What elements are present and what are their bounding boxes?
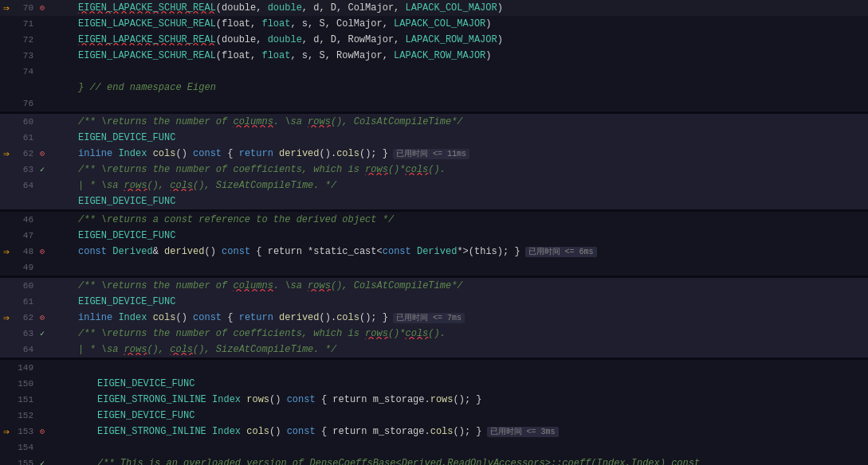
code-line: 73 EIGEN_LAPACKE_SCHUR_REAL(float, float… xyxy=(0,48,868,64)
line-gutter: 72 xyxy=(3,35,59,45)
line-gutter: 60 xyxy=(3,117,59,127)
line-number: 63 xyxy=(14,165,38,174)
token: (), xyxy=(147,344,170,355)
arrow-indicator: ⇒ xyxy=(3,311,13,324)
token: derived xyxy=(164,246,204,257)
token: */ xyxy=(451,280,462,291)
time-badge: 已用时间 <= 6ms xyxy=(525,247,597,257)
token: EIGEN_LAPACKE_SCHUR_REAL xyxy=(78,34,216,45)
token: the number of xyxy=(153,280,234,291)
token: double xyxy=(261,34,301,45)
token: cols xyxy=(153,148,176,159)
arrow-indicator: ⇒ xyxy=(3,425,13,438)
line-indicator: ✓ xyxy=(40,165,48,174)
code-line: 154 xyxy=(0,440,868,455)
code-line: 61 EIGEN_DEVICE_FUNC xyxy=(0,294,868,310)
token: ()* xyxy=(388,164,406,175)
time-badge: 已用时间 <= 7ms xyxy=(393,313,465,323)
token: . */ xyxy=(313,344,336,355)
token: rows xyxy=(246,394,269,405)
token: (double, xyxy=(216,34,262,45)
token: derived xyxy=(279,312,319,323)
token: columns xyxy=(233,280,273,291)
line-gutter: 49 xyxy=(3,263,59,272)
line-number: 64 xyxy=(14,345,38,354)
token: . */ xyxy=(313,180,336,191)
line-gutter: 155✓ xyxy=(3,459,59,465)
token: (), xyxy=(147,180,170,191)
token: ) xyxy=(485,18,491,29)
token: , s, S, RowMajor, xyxy=(290,50,387,61)
code-line: ⇒70⊙EIGEN_LAPACKE_SCHUR_REAL(double, dou… xyxy=(0,0,868,16)
token: columns xyxy=(233,116,273,127)
token: cols xyxy=(170,180,193,191)
line-gutter: 63✓ xyxy=(3,329,59,338)
code-content: EIGEN_LAPACKE_SCHUR_REAL(float, float, s… xyxy=(59,18,865,29)
token: EIGEN_DEVICE_FUNC xyxy=(78,132,175,143)
token: () xyxy=(175,148,193,159)
token: const xyxy=(193,148,222,159)
arrow-indicator: ⇒ xyxy=(3,147,13,160)
token: EIGEN_DEVICE_FUNC xyxy=(97,378,194,389)
token: ) xyxy=(497,2,503,14)
code-line: 61 EIGEN_DEVICE_FUNC xyxy=(0,130,868,146)
line-indicator: ⊙ xyxy=(40,427,48,436)
code-content: } // end namespace Eigen xyxy=(59,82,865,93)
token: float xyxy=(256,18,290,29)
code-content: | * \sa rows(), cols(), SizeAtCompileTim… xyxy=(59,344,865,355)
token: float xyxy=(256,50,290,61)
line-number: 60 xyxy=(14,281,38,291)
line-gutter: 46 xyxy=(3,215,59,225)
token: derived xyxy=(297,214,336,225)
code-line: 63✓/** \returns the number of coefficien… xyxy=(0,162,868,178)
token: Index xyxy=(212,394,246,405)
token: | * \sa xyxy=(78,344,124,355)
line-gutter: 71 xyxy=(3,19,59,29)
token: is xyxy=(342,328,365,339)
code-line: 72 EIGEN_LAPACKE_SCHUR_REAL(double, doub… xyxy=(0,32,868,48)
code-content: EIGEN_DEVICE_FUNC xyxy=(59,410,865,421)
code-line: 152 EIGEN_DEVICE_FUNC xyxy=(0,408,868,424)
code-line: 60 /** \returns the number of columns. \… xyxy=(0,278,868,294)
line-gutter: ⇒62⊙ xyxy=(3,147,59,160)
token: (float, xyxy=(216,50,256,61)
token: overloaded xyxy=(183,458,241,465)
token: cols xyxy=(406,164,429,175)
line-number: 153 xyxy=(14,427,38,436)
line-number: 62 xyxy=(14,149,38,158)
code-sections: ⇒70⊙EIGEN_LAPACKE_SCHUR_REAL(double, dou… xyxy=(0,0,868,465)
line-indicator: ⊙ xyxy=(40,3,48,13)
line-gutter: 73 xyxy=(3,51,59,61)
section-section4: 60 /** \returns the number of columns. \… xyxy=(0,278,868,360)
token: . \sa xyxy=(273,116,308,127)
token: cols xyxy=(153,312,176,323)
token: cols xyxy=(430,426,454,437)
section-section5: 149 150 EIGEN_DEVICE_FUNC 151 EIGEN_STRO… xyxy=(0,360,868,465)
line-gutter: 60 xyxy=(3,281,59,291)
line-number: 61 xyxy=(14,297,38,307)
line-number: 48 xyxy=(14,247,38,256)
token: version of DenseCoeffsBase<Derived,ReadO… xyxy=(241,458,700,465)
line-gutter: 152 xyxy=(3,411,59,420)
line-number: 73 xyxy=(14,51,38,61)
line-number: 47 xyxy=(14,231,38,240)
token: Derived xyxy=(112,246,152,257)
line-number: 154 xyxy=(14,443,38,452)
code-content: /** \returns the number of coefficients,… xyxy=(59,164,865,175)
token: { xyxy=(222,148,239,159)
code-line: 155✓/** This is an overloaded version of… xyxy=(0,455,868,465)
token: const xyxy=(193,312,222,323)
token: is an xyxy=(143,458,183,465)
token: /** \returns xyxy=(78,116,153,127)
token: LAPACK_COL_MAJOR xyxy=(388,18,485,29)
token: } // end namespace Eigen xyxy=(78,82,216,93)
token: LAPACK_ROW_MAJOR xyxy=(399,34,497,45)
arrow-indicator: ⇒ xyxy=(3,2,13,14)
token: /** \returns xyxy=(78,328,153,339)
section-section1: ⇒70⊙EIGEN_LAPACKE_SCHUR_REAL(double, dou… xyxy=(0,0,868,114)
token: const xyxy=(78,246,112,257)
token: which xyxy=(313,328,342,339)
code-line: 150 EIGEN_DEVICE_FUNC xyxy=(0,376,868,392)
token: (). xyxy=(320,312,337,323)
token: EIGEN_LAPACKE_SCHUR_REAL xyxy=(78,50,216,61)
